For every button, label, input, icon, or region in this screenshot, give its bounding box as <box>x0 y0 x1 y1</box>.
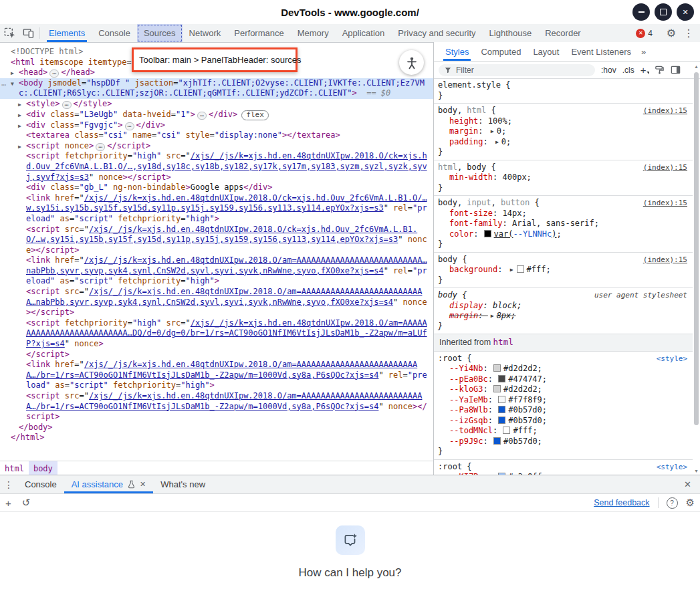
dom-node-line[interactable]: ▶<script nonce>…</script> <box>0 141 433 152</box>
css-property-value[interactable]: #0b57d0 <box>503 437 538 446</box>
tab-console[interactable]: Console <box>92 24 137 42</box>
css-declaration[interactable]: --Yi4Nb: #d2d2d2; <box>438 364 687 374</box>
styles-filter-input[interactable]: Filter <box>439 64 595 76</box>
css-property-name[interactable]: display <box>449 301 483 310</box>
resource-link[interactable]: /xjs/_/js/k=xjs.hd.en.48qtdnUXIpw.2018.O… <box>26 193 427 213</box>
tab-performance[interactable]: Performance <box>227 24 290 42</box>
css-property-value[interactable]: #fff <box>527 265 546 274</box>
drawer-tab-ai-assistance[interactable]: AI assistance ✕ <box>64 475 154 493</box>
tab-lighthouse[interactable]: Lighthouse <box>483 24 539 42</box>
color-swatch[interactable] <box>493 385 501 392</box>
brush-icon[interactable] <box>655 65 665 75</box>
css-declaration[interactable]: font-family: Arial, sans-serif; <box>438 219 687 229</box>
css-declaration[interactable]: --kloG3: #d2d2d2; <box>438 384 687 395</box>
css-property-name[interactable]: height <box>449 116 478 126</box>
css-declaration[interactable]: min-width: 400px; <box>438 172 687 183</box>
css-property-value[interactable]: 400px <box>502 172 526 182</box>
element-classes-button[interactable]: .cls <box>622 66 634 75</box>
css-property-value[interactable]: #fff <box>513 426 532 435</box>
close-button[interactable]: ✕ <box>677 3 694 21</box>
color-swatch[interactable] <box>498 417 505 424</box>
tab-elements[interactable]: Elements <box>42 24 92 42</box>
css-property-value[interactable]: #d2d2d2 <box>503 384 538 394</box>
dom-node-line[interactable]: <script src="/xjs/_/js/k=xjs.hd.en.48qtd… <box>0 287 433 318</box>
new-style-rule-button[interactable]: + <box>640 64 649 76</box>
tab-memory[interactable]: Memory <box>291 24 336 42</box>
css-property-name[interactable]: min-width <box>449 172 493 182</box>
css-property-value[interactable]: block <box>493 301 517 310</box>
css-property-value[interactable]: #d2d2d2 <box>503 364 538 373</box>
tab-privacy-and-security[interactable]: Privacy and security <box>391 24 482 42</box>
dom-node-line[interactable]: …▼<body jsmodel="hspDDf " jsaction="xjhT… <box>0 78 433 99</box>
css-declaration[interactable]: margin: ▶8px; <box>438 311 687 322</box>
css-declaration[interactable]: --pEa0Bc: #474747; <box>438 374 687 385</box>
css-property-value[interactable]: 100% <box>488 116 507 126</box>
close-drawer-button[interactable]: ✕ <box>675 475 700 493</box>
maximize-button[interactable] <box>655 3 672 21</box>
css-declaration[interactable]: --p9J9c: #0b57d0; <box>438 437 687 447</box>
css-declaration[interactable]: color: var(--YLNNHc); <box>438 229 687 240</box>
collapsed-content-button[interactable]: … <box>125 122 134 130</box>
history-button[interactable]: ↺ <box>22 497 31 509</box>
color-swatch[interactable] <box>498 396 505 403</box>
css-property-name[interactable]: background <box>449 265 497 274</box>
collapsed-content-button[interactable]: … <box>197 112 207 120</box>
breadcrumb-html[interactable]: html <box>0 461 29 475</box>
rule-selector[interactable]: <style>:root { <box>438 354 687 364</box>
tab-sources[interactable]: Sources <box>137 24 183 42</box>
dom-node-line[interactable]: <textarea class="csi" name="csi" style="… <box>0 130 433 141</box>
css-declaration[interactable]: font-size: 14px; <box>438 209 687 219</box>
dom-node-line[interactable]: <script src="/xjs/_/js/k=xjs.hd.en.48qtd… <box>0 225 433 256</box>
color-swatch[interactable] <box>484 230 491 237</box>
expand-arrow-icon[interactable]: ▶ <box>18 142 21 152</box>
css-declaration[interactable]: --todMNcl: #fff; <box>438 426 687 437</box>
css-property-name[interactable]: margin <box>449 126 478 136</box>
css-property-name[interactable]: --todMNcl <box>449 426 493 435</box>
dom-node-line[interactable]: ▶<div class="L3eUgb" data-hveid="1">…</d… <box>0 110 433 120</box>
color-swatch[interactable] <box>517 265 524 273</box>
css-declaration[interactable]: margin: ▶0; <box>438 126 687 137</box>
stylesheet-source-link[interactable]: (index):15 <box>643 162 687 173</box>
css-property-name[interactable]: --YaIeMb <box>449 395 488 404</box>
minimize-button[interactable] <box>632 3 650 21</box>
drawer-tab-whats-new[interactable]: What's new <box>153 475 213 493</box>
stylesheet-source-link[interactable]: (index):15 <box>643 106 687 116</box>
more-tabs-button[interactable]: » <box>637 47 650 57</box>
console-errors-button[interactable]: ✕ 4 <box>636 29 653 38</box>
dom-node-line[interactable]: <script fetchpriority="high" src="/xjs/_… <box>0 151 433 183</box>
css-property-value[interactable]: #f7f8f9 <box>508 395 542 404</box>
sidebar-tab-layout[interactable]: Layout <box>527 42 565 61</box>
stylesheet-source-link[interactable]: <style> <box>657 354 687 364</box>
css-declaration[interactable]: --izGsqb: #0b57d0; <box>438 416 687 427</box>
rule-selector[interactable]: user agent stylesheetbody { <box>438 290 687 301</box>
sidebar-tab-computed[interactable]: Computed <box>475 42 527 61</box>
tab-recorder[interactable]: Recorder <box>538 24 587 42</box>
expand-value-icon[interactable]: ▶ <box>491 126 494 137</box>
drawer-tab-console[interactable]: Console <box>17 475 64 493</box>
close-tab-icon[interactable]: ✕ <box>140 480 146 489</box>
tab-application[interactable]: Application <box>336 24 392 42</box>
styles-scrollbar[interactable]: ▲ ▼ <box>693 63 700 475</box>
rule-selector[interactable]: (index):15body, input, button { <box>438 198 687 209</box>
color-swatch[interactable] <box>493 364 501 372</box>
scroll-down-icon[interactable]: ▼ <box>693 469 700 473</box>
collapse-arrow-icon[interactable]: ▼ <box>11 79 14 90</box>
rule-selector[interactable]: (index):15body { <box>438 255 687 265</box>
dom-node-line[interactable]: <div class="gb_L" ng-non-bindable>Google… <box>0 183 433 193</box>
resource-link[interactable]: /xjs/_/js/k=xjs.hd.en.48qtdnUXIpw.2018.O… <box>26 255 427 275</box>
dom-node-line[interactable]: </script> <box>0 350 433 360</box>
expand-arrow-icon[interactable]: ▶ <box>18 100 21 110</box>
accessibility-cursor-button[interactable] <box>399 50 424 75</box>
rule-selector[interactable]: element.style { <box>438 80 687 91</box>
scrollbar-thumb[interactable] <box>694 72 699 425</box>
dom-node-line[interactable]: <link href="/xjs/_/js/k=xjs.hd.en.48qtdn… <box>0 193 433 225</box>
css-declaration[interactable]: --YaIeMb: #f7f8f9; <box>438 395 687 406</box>
css-property-name[interactable]: color <box>449 229 473 239</box>
css-property-name[interactable]: margin <box>449 311 478 320</box>
css-declaration[interactable]: --Pa8Wlb: #0b57d0; <box>438 405 687 416</box>
scroll-up-icon[interactable]: ▲ <box>693 64 700 69</box>
settings-button[interactable]: ⚙ <box>663 27 680 39</box>
css-property-value[interactable]: 8px <box>497 311 511 320</box>
css-declaration[interactable]: height: 100%; <box>438 116 687 127</box>
color-swatch[interactable] <box>498 375 505 382</box>
